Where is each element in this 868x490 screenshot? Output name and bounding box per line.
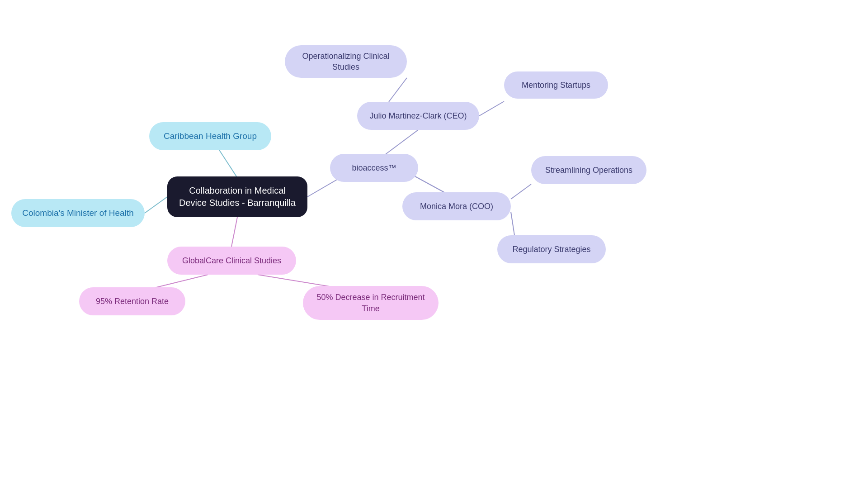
operationalizing-node: Operationalizing Clinical Studies xyxy=(285,45,407,78)
svg-line-8 xyxy=(389,78,407,102)
monica-node: Monica Mora (COO) xyxy=(402,192,511,220)
svg-line-2 xyxy=(231,217,237,247)
connections-svg xyxy=(0,0,868,490)
mentoring-node: Mentoring Startups xyxy=(504,71,608,99)
globalcare-node: GlobalCare Clinical Studies xyxy=(167,247,296,275)
bioaccess-node: bioaccess™ xyxy=(330,154,418,182)
julio-node: Julio Martinez-Clark (CEO) xyxy=(357,102,479,130)
decrease-node: 50% Decrease in Recruitment Time xyxy=(303,286,439,320)
streamlining-node: Streamlining Operations xyxy=(531,156,646,184)
retention-node: 95% Retention Rate xyxy=(79,287,185,315)
colombia-node: Colombia's Minister of Health xyxy=(11,199,145,227)
svg-line-10 xyxy=(511,184,531,199)
regulatory-node: Regulatory Strategies xyxy=(497,235,606,263)
svg-line-9 xyxy=(479,101,504,116)
center-node: Collaboration in Medical Device Studies … xyxy=(167,176,307,217)
svg-line-1 xyxy=(145,197,167,213)
svg-line-6 xyxy=(384,130,418,155)
caribbean-node: Caribbean Health Group xyxy=(149,122,271,150)
